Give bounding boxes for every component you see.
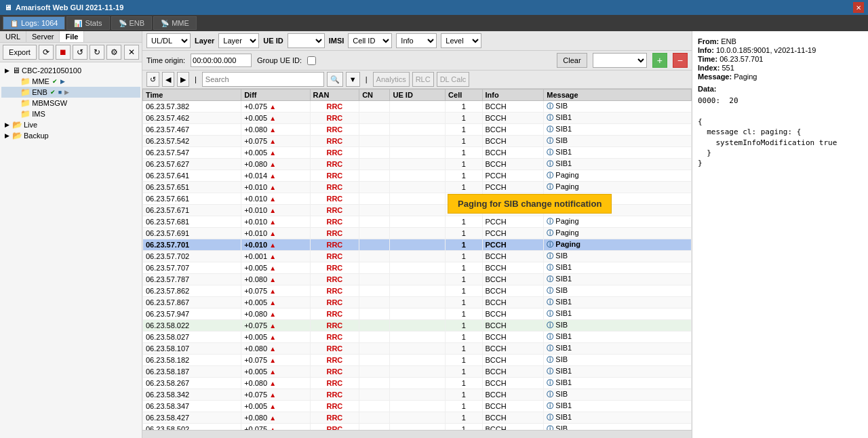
table-row[interactable]: 06.23.58.342 +0.075 ▲ RRC 1 BCCH ⓘ SIB [143,389,692,401]
cell-ueid [390,366,446,378]
cell-time: 06.23.57.691 [143,228,241,239]
table-row[interactable]: 06.23.57.382 +0.075 ▲ RRC 1 BCCH ⓘ SIB [143,101,692,113]
refresh-button[interactable]: ↺ [146,72,159,87]
table-row[interactable]: 06.23.58.182 +0.075 ▲ RRC 1 BCCH ⓘ SIB [143,355,692,366]
table-row[interactable]: 06.23.57.627 +0.080 ▲ RRC 1 BCCH ⓘ SIB1 [143,159,692,170]
table-row[interactable]: 06.23.58.107 +0.080 ▲ RRC 1 BCCH ⓘ SIB1 [143,343,692,355]
nav-tab-url[interactable]: URL [0,31,26,42]
add-button[interactable]: + [652,53,667,68]
tree-expand-backup[interactable]: ▶ [3,132,11,139]
tree-badge-mme-0[interactable]: ✔ [52,78,58,85]
tab-stats[interactable]: 📊Stats [66,16,109,30]
table-row[interactable]: 06.23.57.641 +0.014 ▲ RRC 1 PCCH ⓘ Pagin… [143,170,692,182]
sidebar-btn5[interactable]: ⚙ [106,45,121,60]
export-button[interactable]: Export [3,45,37,60]
cell-info: BCCH [482,424,544,431]
tree-item-live[interactable]: ▶📂Live [1,119,140,130]
search-input[interactable] [202,72,324,87]
rlc-button[interactable]: RLC [412,72,434,87]
info-icon: ⓘ [547,298,553,306]
table-row[interactable]: 06.23.57.701 +0.010 ▲ RRC 1 PCCH ⓘ Pagin… [143,239,692,251]
table-row[interactable]: 06.23.58.022 +0.075 ▲ RRC 1 BCCH ⓘ SIB [143,320,692,332]
cell-cell: 1 [446,205,482,216]
table-row[interactable]: 06.23.57.862 +0.075 ▲ RRC 1 BCCH ⓘ SIB [143,285,692,297]
tab-mme[interactable]: 📡MME [153,16,197,30]
forward-button[interactable]: ▶ [177,72,189,87]
tree-label-mbmsgw: MBMSGW [32,99,67,107]
right-panel: From: ENB Info: 10.0.0.185:9001, v2021-1… [692,31,868,438]
tree-item-ims[interactable]: 📁IMS [1,108,140,119]
sidebar-btn2[interactable]: ⏹ [56,45,71,60]
search-button[interactable]: 🔍 [327,72,343,87]
table-row[interactable]: 06.23.57.947 +0.080 ▲ RRC 1 BCCH ⓘ SIB1 [143,308,692,320]
tree-badge-mme-1[interactable]: ▶ [60,78,65,85]
tree-icon-backup: 📂 [12,131,22,140]
table-row[interactable]: 06.23.57.787 +0.080 ▲ RRC 1 BCCH ⓘ SIB1 [143,274,692,285]
table-row[interactable]: 06.23.57.462 +0.005 ▲ RRC 1 BCCH ⓘ SIB1 [143,113,692,124]
table-row[interactable]: 06.23.58.267 +0.080 ▲ RRC 1 BCCH ⓘ SIB1 [143,378,692,389]
tree-item-mbmsgw[interactable]: 📁MBMSGW [1,98,140,108]
table-row[interactable]: 06.23.57.702 +0.001 ▲ RRC 1 BCCH ⓘ SIB [143,251,692,262]
back-button[interactable]: ◀ [162,72,174,87]
tree-item-cbc[interactable]: ▶🖥CBC-2021050100 [1,65,140,76]
table-row[interactable]: 06.23.58.187 +0.005 ▲ RRC 1 BCCH ⓘ SIB1 [143,366,692,378]
arrow-up-icon: ▲ [269,103,276,111]
tree-badge-enb-0[interactable]: ✔ [50,89,56,96]
col-cell: Cell [446,89,482,101]
bottom-scrollbar[interactable] [142,430,692,438]
table-row[interactable]: 06.23.57.542 +0.075 ▲ RRC 1 BCCH ⓘ SIB [143,136,692,147]
group-ue-checkbox[interactable] [307,56,316,65]
time-origin-input[interactable] [191,54,252,67]
cell-time: 06.23.57.382 [143,101,241,113]
layer-select[interactable]: LayerPHYMAC [218,33,259,48]
arrow-up-icon: ▲ [269,161,276,168]
cell-msg: ⓘ Paging [544,170,692,182]
tree-badge-enb-2[interactable]: ▶ [64,89,69,96]
table-row[interactable]: 06.23.57.467 +0.080 ▲ RRC 1 BCCH ⓘ SIB1 [143,124,692,136]
sidebar-btn1[interactable]: ⟳ [39,45,54,60]
cell-cn [359,424,390,431]
table-row[interactable]: 06.23.57.707 +0.005 ▲ RRC 1 BCCH ⓘ SIB1 [143,262,692,274]
uldl-select[interactable]: UL/DLULDL [146,33,191,48]
info-icon: ⓘ [547,344,553,352]
level-select[interactable]: Level1 [441,33,481,48]
tree-expand-cbc[interactable]: ▶ [3,67,11,74]
tab-enb[interactable]: 📡ENB [111,16,153,30]
arrow-up-icon: ▲ [269,403,276,410]
table-row[interactable]: 06.23.58.427 +0.080 ▲ RRC 1 BCCH ⓘ SIB1 [143,412,692,424]
info-select[interactable]: InfoBCCHPCCH [396,33,437,48]
table-container[interactable]: Paging for SIB change notification Time … [142,89,692,430]
table-row[interactable]: 06.23.57.671 +0.010 ▲ RRC 1 PCCH ⓘ Pagin… [143,205,692,216]
minus-button[interactable]: − [673,53,688,68]
table-row[interactable]: 06.23.57.681 +0.010 ▲ RRC 1 PCCH ⓘ Pagin… [143,216,692,228]
cell-cn [359,251,390,262]
clear-select[interactable] [593,53,647,68]
table-row[interactable]: 06.23.58.347 +0.005 ▲ RRC 1 BCCH ⓘ SIB1 [143,401,692,412]
cellid-select[interactable]: Cell ID1 [348,33,392,48]
clear-button[interactable]: Clear [557,53,587,68]
tree-item-mme[interactable]: 📁MME✔▶ [1,76,140,87]
filter-btn[interactable]: ▼ [346,72,360,87]
table-row[interactable]: 06.23.57.651 +0.010 ▲ RRC 1 PCCH ⓘ Pagin… [143,182,692,193]
table-row[interactable]: 06.23.57.691 +0.010 ▲ RRC 1 PCCH ⓘ Pagin… [143,228,692,239]
table-row[interactable]: 06.23.57.661 +0.010 ▲ RRC 1 PCCH ⓘ Pagin… [143,193,692,205]
ueid-select[interactable]: 1 [288,33,325,48]
table-row[interactable]: 06.23.58.502 +0.075 ▲ RRC 1 BCCH ⓘ SIB [143,424,692,431]
nav-tab-file[interactable]: File [60,31,84,42]
dl-calc-button[interactable]: DL Calc [437,72,470,87]
tree-item-backup[interactable]: ▶📂Backup [1,130,140,141]
cell-cn [359,205,390,216]
nav-tab-server[interactable]: Server [26,31,60,42]
table-row[interactable]: 06.23.58.027 +0.005 ▲ RRC 1 BCCH ⓘ SIB1 [143,332,692,343]
table-row[interactable]: 06.23.57.547 +0.005 ▲ RRC 1 BCCH ⓘ SIB1 [143,147,692,159]
table-row[interactable]: 06.23.57.867 +0.005 ▲ RRC 1 BCCH ⓘ SIB1 [143,297,692,308]
sidebar-close[interactable]: ✕ [124,45,139,60]
tab-logs[interactable]: 📋Logs: 1064 [3,16,65,30]
sidebar-btn3[interactable]: ↺ [73,45,87,60]
close-button[interactable]: ✕ [853,2,864,13]
sidebar-btn4[interactable]: ↻ [90,45,104,60]
tree-item-enb[interactable]: 📁ENB✔■▶ [1,87,140,98]
tree-badge-enb-1[interactable]: ■ [58,89,62,96]
tree-expand-live[interactable]: ▶ [3,121,11,128]
analytics-button[interactable]: Analytics [373,72,410,87]
